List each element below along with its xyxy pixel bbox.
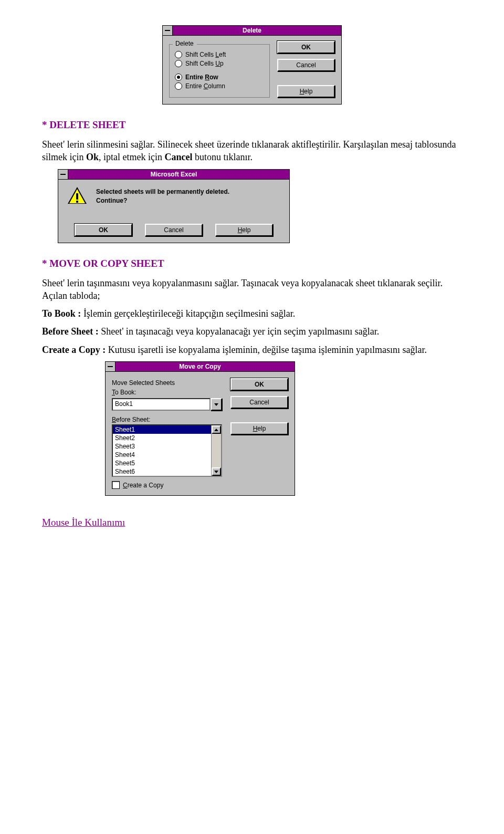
list-item[interactable]: Sheet6 bbox=[113, 467, 211, 476]
list-item[interactable]: Sheet5 bbox=[113, 459, 211, 467]
cancel-button[interactable]: Cancel bbox=[277, 59, 335, 71]
excel-msgbox: Microsoft Excel Selected sheets will be … bbox=[58, 169, 290, 243]
before-sheet-label: Before Sheet: bbox=[112, 416, 222, 423]
radio-icon bbox=[175, 82, 182, 90]
move-copy-dialog: Move or Copy Move Selected Sheets To Boo… bbox=[105, 361, 295, 496]
radio-entire-column[interactable]: Entire Column bbox=[175, 82, 264, 90]
radio-entire-row[interactable]: Entire Row bbox=[175, 74, 264, 81]
create-copy-checkbox[interactable]: Create a Copy bbox=[112, 481, 222, 489]
radio-icon bbox=[175, 60, 182, 67]
to-book-combo[interactable]: Book1 bbox=[112, 398, 222, 411]
ok-button[interactable]: OK bbox=[230, 378, 288, 391]
heading-mouse: Mouse İle Kullanımı bbox=[42, 517, 462, 528]
scroll-up-icon[interactable] bbox=[212, 425, 221, 434]
sysmenu-icon[interactable] bbox=[106, 362, 116, 371]
msgbox-text: Selected sheets will be permanently dele… bbox=[96, 187, 229, 205]
before-sheet-listbox[interactable]: Sheet1 Sheet2 Sheet3 Sheet4 Sheet5 Sheet… bbox=[112, 424, 222, 477]
list-item[interactable]: Sheet2 bbox=[113, 434, 211, 442]
cancel-button[interactable]: Cancel bbox=[230, 396, 288, 409]
create-copy-label: Create a Copy bbox=[123, 482, 163, 489]
paragraph-move-copy-intro: Sheet' lerin taşınmasını veya kopyalanma… bbox=[42, 277, 462, 303]
radio-shift-up[interactable]: Shift Cells Up bbox=[175, 60, 264, 67]
move-copy-titlebar: Move or Copy bbox=[106, 362, 295, 372]
paragraph-to-book: To Book : İşlemin gerçekleştirileceği ki… bbox=[42, 307, 462, 320]
delete-dialog-titlebar: Delete bbox=[163, 26, 341, 36]
radio-icon bbox=[175, 51, 182, 58]
listbox-scrollbar[interactable] bbox=[211, 425, 221, 476]
sysmenu-icon[interactable] bbox=[58, 170, 68, 179]
delete-group: Delete Shift Cells Left Shift Cells Up E… bbox=[169, 44, 270, 98]
msgbox-titlebar: Microsoft Excel bbox=[58, 170, 289, 180]
scroll-down-icon[interactable] bbox=[212, 467, 221, 476]
heading-delete-sheet: * DELETE SHEET bbox=[42, 119, 462, 131]
help-button[interactable]: Help bbox=[277, 85, 335, 98]
checkbox-icon bbox=[112, 481, 120, 489]
list-item[interactable]: Sheet3 bbox=[113, 442, 211, 451]
move-selected-label: Move Selected Sheets bbox=[112, 379, 222, 387]
paragraph-create-copy: Create a Copy : Kutusu işaretli ise kopy… bbox=[42, 343, 462, 356]
delete-group-title: Delete bbox=[174, 40, 195, 47]
radio-label: Shift Cells Up bbox=[185, 60, 224, 67]
cancel-button[interactable]: Cancel bbox=[145, 224, 203, 236]
radio-label: Shift Cells Left bbox=[185, 51, 226, 58]
msgbox-title: Microsoft Excel bbox=[151, 171, 197, 178]
ok-button[interactable]: OK bbox=[277, 41, 335, 54]
move-copy-title: Move or Copy bbox=[179, 363, 220, 370]
warning-icon bbox=[68, 187, 87, 206]
ok-button[interactable]: OK bbox=[75, 224, 132, 236]
list-item[interactable]: Sheet4 bbox=[113, 451, 211, 459]
chevron-down-icon[interactable] bbox=[211, 398, 222, 411]
radio-label: Entire Row bbox=[185, 74, 218, 81]
help-button[interactable]: Help bbox=[230, 422, 288, 435]
scroll-track[interactable] bbox=[212, 434, 221, 467]
to-book-label: To Book: bbox=[112, 389, 222, 396]
heading-move-copy: * MOVE OR COPY SHEET bbox=[42, 258, 462, 269]
sysmenu-icon[interactable] bbox=[163, 26, 173, 35]
to-book-value[interactable]: Book1 bbox=[112, 398, 211, 411]
delete-dialog: Delete Delete Shift Cells Left Shift Cel… bbox=[162, 25, 342, 105]
radio-label: Entire Column bbox=[185, 82, 225, 90]
paragraph-delete-sheet: Sheet' lerin silinmesini sağlar. Silinec… bbox=[42, 138, 462, 164]
delete-dialog-title: Delete bbox=[243, 27, 261, 34]
radio-icon-selected bbox=[175, 74, 182, 81]
radio-shift-left[interactable]: Shift Cells Left bbox=[175, 51, 264, 58]
help-button[interactable]: Help bbox=[215, 224, 273, 236]
paragraph-before-sheet: Before Sheet : Sheet' in taşınacağı veya… bbox=[42, 325, 462, 338]
list-item[interactable]: Sheet1 bbox=[113, 425, 211, 434]
